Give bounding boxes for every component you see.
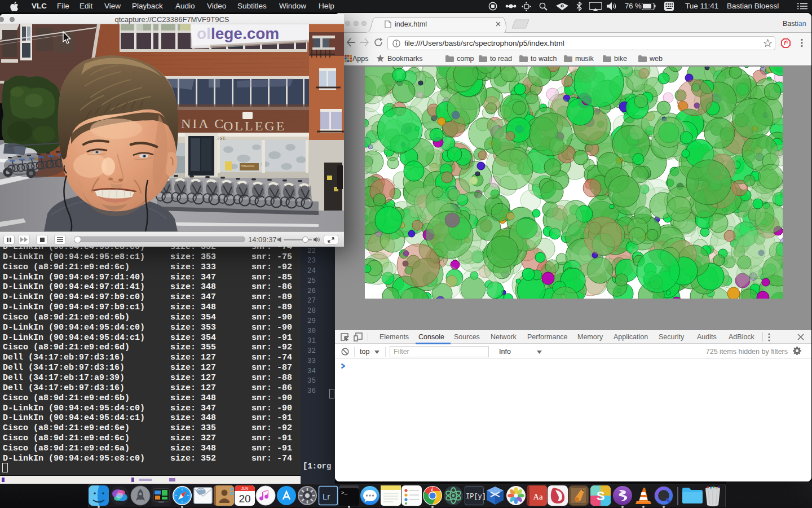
svg-text:IP[y]:: IP[y]: xyxy=(466,493,490,501)
svg-text:JUN: JUN xyxy=(241,487,249,491)
svg-text:>_: >_ xyxy=(341,491,347,496)
svg-text:S: S xyxy=(597,489,605,503)
svg-text:OLLEGE: OLLEGE xyxy=(223,119,286,133)
svg-text:Lr: Lr xyxy=(323,492,330,501)
svg-text:NIA C: NIA C xyxy=(181,116,225,131)
svg-text:HIBERNIA: HIBERNIA xyxy=(241,164,254,168)
svg-text:Aa: Aa xyxy=(533,492,543,501)
svg-text:20: 20 xyxy=(239,493,250,505)
